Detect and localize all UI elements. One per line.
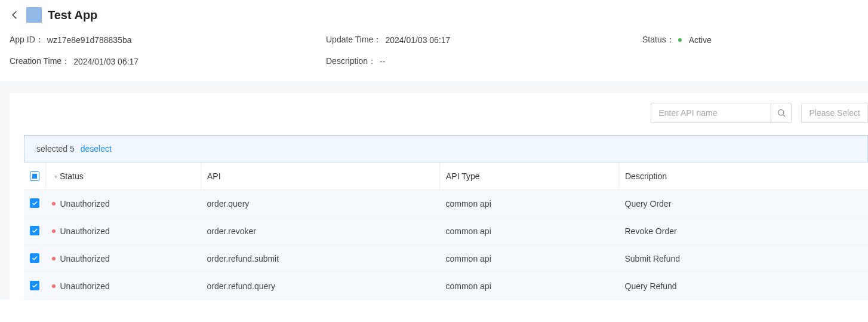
app-id-value: wz17e8e91d788835ba	[47, 35, 132, 45]
row-status: Unauthorized	[60, 226, 110, 236]
app-id-field: App ID： wz17e8e91d788835ba	[10, 35, 326, 45]
status-dot-icon	[52, 229, 56, 233]
api-panel: Please Select selected 5 deselect ▾Statu…	[10, 93, 868, 300]
status-value: Active	[689, 35, 712, 45]
search-input[interactable]	[651, 103, 771, 122]
table-row: Unauthorizedorder.querycommon apiQuery O…	[24, 190, 868, 217]
deselect-link[interactable]: deselect	[81, 144, 112, 154]
content-area: Please Select selected 5 deselect ▾Statu…	[0, 81, 868, 300]
status-field: Status： Active	[642, 35, 858, 45]
status-dot-icon	[52, 257, 56, 260]
row-status: Unauthorized	[60, 199, 110, 208]
col-api-header: API	[207, 171, 221, 181]
description-field: Description： --	[326, 56, 642, 67]
row-description: Revoke Order	[619, 217, 869, 245]
row-description: Query Order	[619, 190, 869, 217]
description-value: --	[380, 57, 385, 66]
table-row: Unauthorizedorder.refund.querycommon api…	[24, 272, 868, 300]
col-status-header: Status	[60, 171, 84, 181]
creation-time-label: Creation Time：	[10, 56, 70, 67]
svg-line-1	[783, 115, 785, 116]
row-checkbox[interactable]	[30, 281, 39, 290]
row-api: order.refund.submit	[201, 245, 440, 272]
row-api: order.query	[201, 190, 440, 217]
row-type: common api	[440, 272, 619, 300]
svg-point-0	[778, 110, 784, 115]
status-dot-icon	[52, 284, 56, 288]
table-row: Unauthorizedorder.revokercommon apiRevok…	[24, 217, 868, 245]
row-description: Submit Refund	[619, 245, 869, 272]
search-button[interactable]	[771, 103, 791, 122]
row-checkbox[interactable]	[30, 198, 39, 208]
app-icon	[26, 7, 42, 23]
status-dot-icon	[678, 38, 682, 42]
type-select-placeholder: Please Select	[809, 108, 860, 118]
table-row: Unauthorizedorder.refund.submitcommon ap…	[24, 245, 868, 272]
select-all-checkbox[interactable]	[30, 171, 39, 181]
type-select[interactable]: Please Select	[801, 103, 868, 123]
app-id-label: App ID：	[10, 35, 44, 45]
update-time-field: Update Time： 2024/01/03 06:17	[326, 35, 642, 45]
row-status: Unauthorized	[60, 254, 110, 263]
selection-count: selected 5	[36, 144, 75, 154]
row-type: common api	[440, 217, 619, 245]
api-table: ▾Status API API Type Description Unautho…	[24, 162, 868, 300]
row-api: order.revoker	[201, 217, 440, 245]
row-type: common api	[440, 190, 619, 217]
status-filter-icon[interactable]: ▾	[54, 173, 57, 180]
update-time-value: 2024/01/03 06:17	[385, 35, 450, 45]
row-checkbox[interactable]	[30, 253, 39, 263]
status-dot-icon	[52, 202, 56, 206]
status-label: Status：	[642, 35, 675, 45]
update-time-label: Update Time：	[326, 35, 381, 45]
creation-time-value: 2024/01/03 06:17	[73, 57, 138, 66]
row-api: order.refund.query	[201, 272, 440, 300]
row-status: Unauthorized	[60, 281, 110, 291]
row-type: common api	[440, 245, 619, 272]
creation-time-field: Creation Time： 2024/01/03 06:17	[10, 56, 326, 67]
row-description: Query Refund	[619, 272, 869, 300]
selection-bar: selected 5 deselect	[24, 135, 868, 162]
description-label: Description：	[326, 56, 376, 67]
app-header: Test App App ID： wz17e8e91d788835ba Upda…	[0, 0, 868, 81]
app-title: Test App	[48, 8, 97, 22]
col-type-header: API Type	[446, 171, 480, 181]
search-group	[651, 103, 792, 123]
search-icon	[777, 108, 786, 118]
col-description-header: Description	[625, 171, 667, 181]
back-button[interactable]	[10, 10, 20, 20]
row-checkbox[interactable]	[30, 226, 39, 235]
